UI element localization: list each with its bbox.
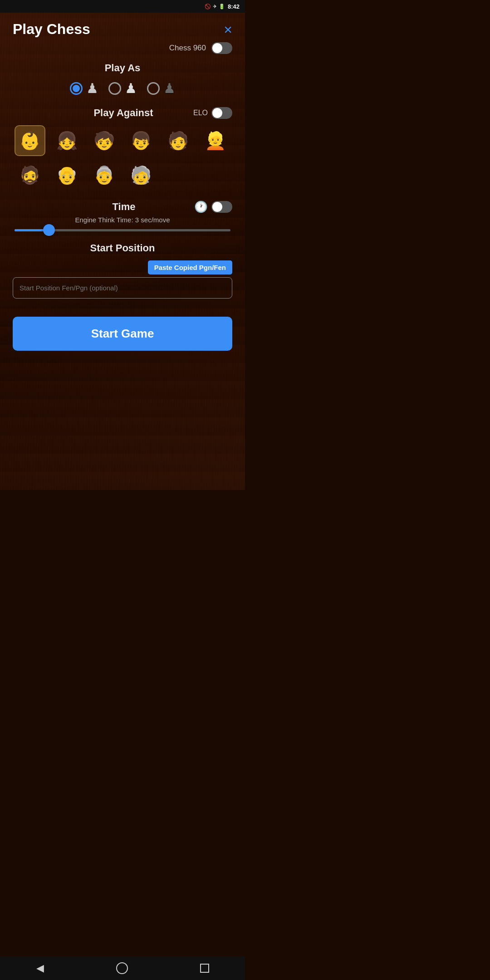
avatar-emoji-2: 🧒 [88,125,119,156]
play-against-header: Play Against ELO [13,107,232,119]
play-as-random[interactable]: ♟ [108,80,137,96]
close-button[interactable]: × [224,22,232,37]
radio-white[interactable] [70,82,83,95]
time-right: 🕐 [194,201,232,213]
chess960-row: Chess 960 [13,42,232,54]
avatar-emoji-1: 👧 [51,125,82,156]
time-header: Time 🕐 [13,201,232,213]
time-title: Time [54,201,194,213]
status-icons: 🚫 ✈ 🔋 [205,4,225,10]
status-bar: 🚫 ✈ 🔋 8:42 [0,0,245,13]
elo-row: ELO [193,107,232,119]
play-against-title: Play Against [54,107,193,119]
avatar-emoji-6: 🧔 [15,160,45,191]
avatar-emoji-3: 👦 [126,125,157,156]
chess960-label: Chess 960 [169,44,206,53]
time-slider-container [13,229,232,231]
radio-white-inner [73,85,80,92]
play-as-options: ♟ ♟ ♟ [13,80,232,96]
avatar-emoji-0: 👶 [15,125,45,156]
slider-track [15,229,230,231]
elo-toggle[interactable] [211,107,232,119]
start-position-section: Start Position Paste Copied Pgn/Fen [13,242,232,299]
radio-random[interactable] [108,82,121,95]
avatar-4[interactable]: 🧑 [161,125,196,156]
avatar-empty-1 [161,160,196,191]
fen-input[interactable] [13,277,232,299]
avatar-emoji-4: 🧑 [162,125,193,156]
avatar-1[interactable]: 👧 [50,125,84,156]
black-piece-icon: ♟ [163,80,176,96]
play-as-white[interactable]: ♟ [70,80,98,96]
airplane-icon: ✈ [213,4,217,10]
avatar-8[interactable]: 👵 [87,160,121,191]
avatar-emoji-5: 👱 [200,125,230,156]
random-piece-icon: ♟ [125,80,137,96]
chess960-toggle[interactable] [211,42,232,54]
slider-thumb[interactable] [43,224,55,236]
header: Play Chess × [13,13,232,42]
avatar-5[interactable]: 👱 [198,125,232,156]
avatar-0[interactable]: 👶 [13,125,47,156]
start-game-button[interactable]: Start Game [13,317,232,351]
paste-button[interactable]: Paste Copied Pgn/Fen [148,260,232,274]
avatar-emoji-7: 👴 [51,160,82,191]
signal-off-icon: 🚫 [205,4,211,10]
avatar-grid-row1: 👶 👧 🧒 👦 🧑 👱 [13,125,232,156]
avatar-7[interactable]: 👴 [50,160,84,191]
avatar-2[interactable]: 🧒 [87,125,121,156]
start-position-title: Start Position [13,242,232,254]
elo-label: ELO [193,109,208,117]
engine-think-label: Engine Think Time: 3 sec/move [13,216,232,224]
play-as-black[interactable]: ♟ [147,80,176,96]
play-as-title: Play As [13,62,232,74]
avatar-grid-row2: 🧔 👴 👵 🧓 [13,160,232,191]
white-piece-icon: ♟ [86,80,98,96]
avatar-6[interactable]: 🧔 [13,160,47,191]
avatar-3[interactable]: 👦 [124,125,158,156]
avatar-empty-2 [198,160,232,191]
avatar-9[interactable]: 🧓 [124,160,158,191]
radio-black[interactable] [147,82,160,95]
battery-icon: 🔋 [219,4,225,10]
time-toggle[interactable] [211,201,232,213]
app-title: Play Chess [13,21,90,38]
avatar-emoji-9: 🧓 [126,160,157,191]
clock-icon: 🕐 [194,201,208,213]
avatar-emoji-8: 👵 [88,160,119,191]
status-time: 8:42 [228,3,240,10]
